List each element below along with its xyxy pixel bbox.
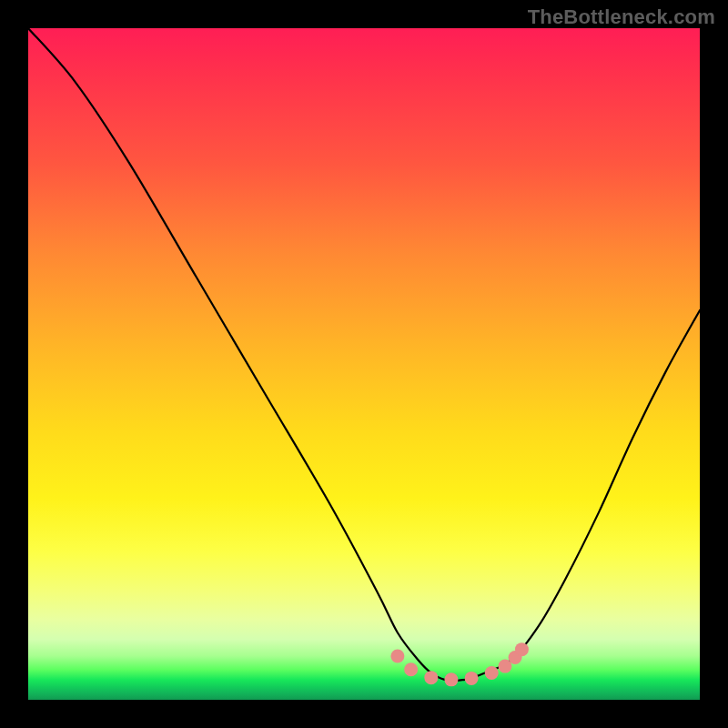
valley-dot bbox=[424, 671, 438, 684]
valley-dot bbox=[465, 672, 479, 685]
valley-dot bbox=[515, 642, 529, 656]
valley-dot bbox=[485, 666, 499, 680]
bottleneck-curve bbox=[28, 28, 700, 681]
watermark-text: TheBottleneck.com bbox=[528, 5, 715, 29]
chart-frame: TheBottleneck.com bbox=[0, 0, 728, 728]
curve-layer bbox=[28, 28, 700, 700]
valley-dot bbox=[404, 662, 418, 676]
valley-dot bbox=[444, 672, 458, 686]
plot-area bbox=[28, 28, 700, 700]
valley-dot bbox=[390, 650, 404, 663]
